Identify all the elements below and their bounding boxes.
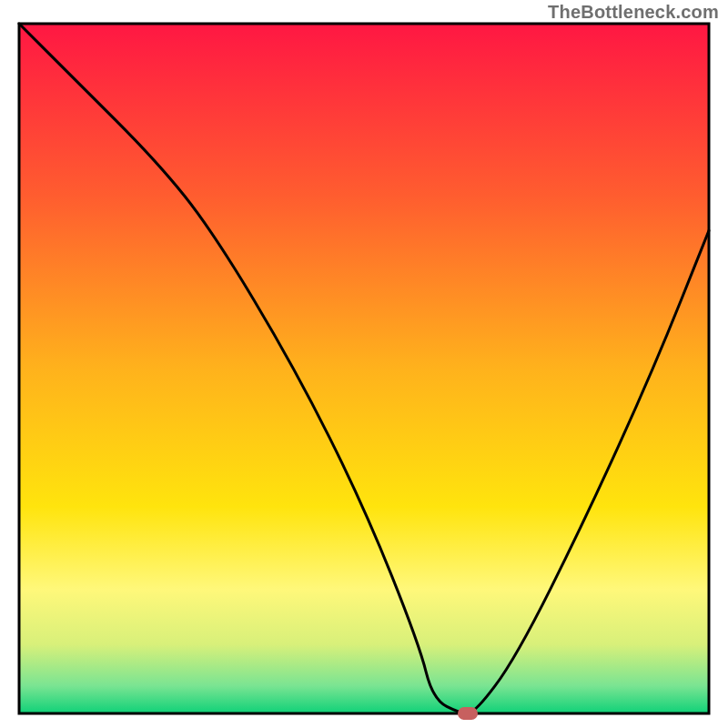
optimum-marker xyxy=(458,707,478,720)
bottleneck-chart xyxy=(0,0,728,728)
chart-stage: TheBottleneck.com xyxy=(0,0,728,728)
